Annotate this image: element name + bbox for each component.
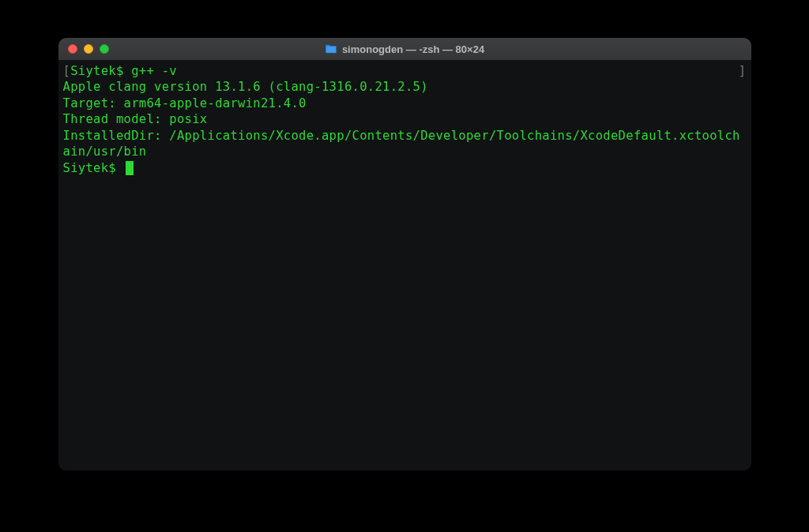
bracket-right: ]	[739, 63, 747, 79]
bracket-left: [	[63, 64, 71, 78]
terminal-content[interactable]: [Siytek$ g++ -v ] Apple clang version 13…	[58, 60, 751, 470]
close-button[interactable]	[68, 44, 77, 54]
title-area: simonogden — -zsh — 80×24	[58, 43, 751, 55]
cursor	[126, 161, 134, 175]
terminal-prompt: Siytek$	[63, 160, 124, 176]
terminal-prompt-line: Siytek$	[63, 160, 747, 176]
terminal-line: InstalledDir: /Applications/Xcode.app/Co…	[63, 128, 747, 160]
titlebar[interactable]: simonogden — -zsh — 80×24	[58, 38, 751, 60]
terminal-line: Target: arm64-apple-darwin21.4.0	[63, 96, 747, 111]
terminal-line: Thread model: posix	[63, 111, 747, 127]
minimize-button[interactable]	[84, 44, 93, 54]
window-title: simonogden — -zsh — 80×24	[342, 43, 484, 55]
folder-icon	[325, 43, 337, 55]
terminal-window: simonogden — -zsh — 80×24 [Siytek$ g++ -…	[58, 38, 751, 470]
traffic-lights	[68, 44, 109, 54]
terminal-line: [Siytek$ g++ -v	[63, 63, 178, 79]
maximize-button[interactable]	[100, 44, 109, 54]
terminal-line: Apple clang version 13.1.6 (clang-1316.0…	[63, 79, 747, 95]
